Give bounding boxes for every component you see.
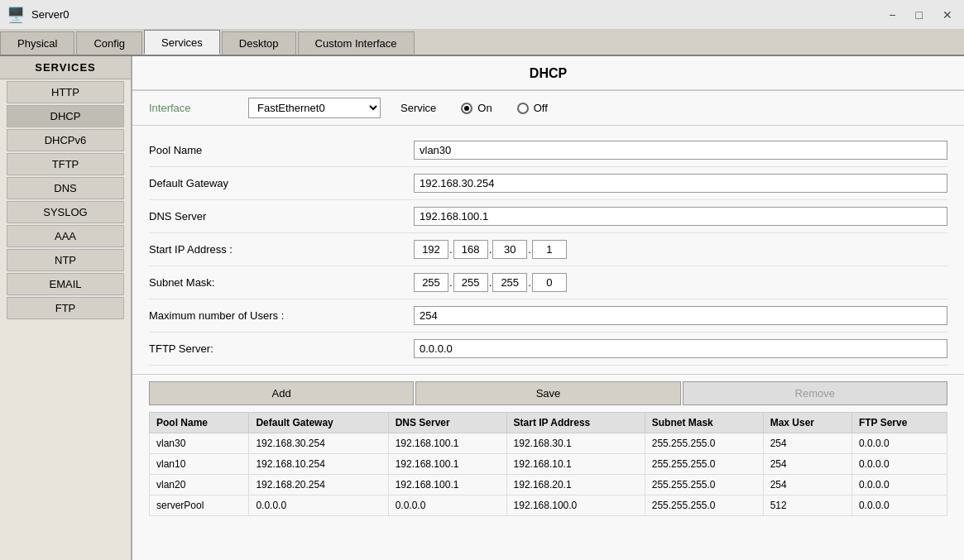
form-section: Pool Name Default Gateway DNS Server (132, 126, 964, 374)
sidebar-header: SERVICES (0, 56, 131, 79)
dns-server-input[interactable] (414, 207, 947, 226)
pool-name-label: Pool Name (149, 144, 414, 156)
tftp-server-input[interactable] (414, 339, 947, 358)
max-users-row: Maximum number of Users : (149, 299, 947, 333)
tab-config[interactable]: Config (76, 31, 142, 55)
remove-button[interactable]: Remove (683, 381, 947, 405)
tab-physical[interactable]: Physical (0, 31, 74, 55)
subnet-seg1[interactable] (414, 273, 448, 292)
tab-bar: Physical Config Services Desktop Custom … (0, 30, 964, 56)
sidebar-item-dhcpv6[interactable]: DHCPv6 (7, 129, 124, 151)
default-gateway-row: Default Gateway (149, 167, 947, 200)
sidebar-item-email[interactable]: EMAIL (7, 273, 124, 295)
table-row[interactable]: vlan10192.168.10.254192.168.100.1192.168… (150, 454, 947, 475)
start-ip-seg3[interactable] (492, 240, 527, 259)
tab-custom-interface[interactable]: Custom Interface (298, 31, 415, 55)
start-ip-row: Start IP Address : . . . (149, 233, 947, 266)
subnet-seg3[interactable] (492, 273, 527, 292)
col-start-ip: Start IP Address (506, 413, 645, 433)
service-off-radio[interactable] (517, 103, 529, 114)
app-icon: 🖥️ (7, 6, 25, 24)
table-row[interactable]: vlan30192.168.30.254192.168.100.1192.168… (150, 433, 947, 454)
dns-server-label: DNS Server (149, 210, 414, 223)
sidebar-scroll[interactable]: HTTP DHCP DHCPv6 TFTP DNS SYSLOG AAA NTP… (0, 79, 131, 560)
default-gateway-label: Default Gateway (149, 177, 414, 189)
tftp-server-label: TFTP Server: (149, 342, 414, 355)
max-users-input[interactable] (414, 306, 947, 325)
sidebar-item-ntp[interactable]: NTP (7, 249, 124, 271)
service-on-option[interactable]: On (461, 102, 492, 114)
sidebar-item-tftp[interactable]: TFTP (7, 153, 124, 175)
sidebar-item-http[interactable]: HTTP (7, 81, 124, 103)
close-button[interactable]: ✕ (938, 7, 957, 23)
table-row[interactable]: serverPool0.0.0.00.0.0.0192.168.100.0255… (150, 495, 947, 516)
minimize-button[interactable]: − (884, 7, 900, 23)
service-on-radio[interactable] (461, 103, 472, 114)
start-ip-segments: . . . (414, 240, 947, 259)
pool-name-row: Pool Name (149, 134, 947, 167)
col-pool-name: Pool Name (150, 413, 249, 433)
subnet-seg4[interactable] (532, 273, 567, 292)
dns-server-row: DNS Server (149, 200, 947, 233)
sidebar-item-ftp[interactable]: FTP (7, 297, 124, 319)
maximize-button[interactable]: □ (911, 7, 928, 23)
start-ip-label: Start IP Address : (149, 243, 414, 256)
col-subnet-mask: Subnet Mask (645, 413, 763, 433)
service-off-label: Off (534, 102, 548, 114)
tab-services[interactable]: Services (144, 30, 220, 55)
tftp-server-row: TFTP Server: (149, 333, 947, 366)
pool-name-input[interactable] (414, 141, 947, 160)
start-ip-seg4[interactable] (532, 240, 567, 259)
start-ip-seg2[interactable] (453, 240, 488, 259)
dhcp-panel: DHCP Interface FastEthernet0 GigabitEthe… (132, 56, 964, 560)
start-ip-seg1[interactable] (414, 240, 448, 259)
window-title: Server0 (31, 8, 70, 21)
default-gateway-input[interactable] (414, 174, 947, 193)
sidebar: SERVICES HTTP DHCP DHCPv6 TFTP DNS SYSLO… (0, 56, 132, 560)
subnet-mask-segments: . . . (414, 273, 947, 292)
sidebar-item-syslog[interactable]: SYSLOG (7, 201, 124, 223)
dhcp-title: DHCP (132, 56, 964, 90)
max-users-label: Maximum number of Users : (149, 309, 414, 322)
interface-select[interactable]: FastEthernet0 GigabitEthernet0 (248, 98, 381, 118)
add-button[interactable]: Add (149, 381, 414, 405)
interface-label: Interface (149, 102, 248, 114)
subnet-mask-label: Subnet Mask: (149, 276, 414, 289)
title-bar: 🖥️ Server0 − □ ✕ (0, 0, 964, 30)
sidebar-item-aaa[interactable]: AAA (7, 225, 124, 247)
sidebar-item-dhcp[interactable]: DHCP (7, 105, 124, 127)
service-label: Service (400, 102, 436, 114)
save-button[interactable]: Save (415, 381, 680, 405)
service-off-option[interactable]: Off (517, 102, 548, 114)
col-dns-server: DNS Server (388, 413, 506, 433)
tab-desktop[interactable]: Desktop (222, 31, 296, 55)
col-default-gateway: Default Gateway (249, 413, 388, 433)
button-row: Add Save Remove (132, 374, 964, 412)
col-ftp-serve: FTP Serve (851, 413, 947, 433)
service-on-label: On (477, 102, 492, 114)
col-max-user: Max User (763, 413, 851, 433)
sidebar-item-dns[interactable]: DNS (7, 177, 124, 199)
subnet-seg2[interactable] (453, 273, 488, 292)
main-content: SERVICES HTTP DHCP DHCPv6 TFTP DNS SYSLO… (0, 56, 964, 560)
dhcp-table-container: Pool Name Default Gateway DNS Server Sta… (132, 412, 964, 524)
dhcp-table: Pool Name Default Gateway DNS Server Sta… (149, 412, 947, 516)
subnet-mask-row: Subnet Mask: . . . (149, 266, 947, 299)
service-radio-group: On Off (461, 102, 547, 114)
interface-row: Interface FastEthernet0 GigabitEthernet0… (132, 90, 964, 126)
window-controls: − □ ✕ (884, 7, 957, 23)
table-row[interactable]: vlan20192.168.20.254192.168.100.1192.168… (150, 475, 947, 495)
table-header-row: Pool Name Default Gateway DNS Server Sta… (150, 413, 947, 433)
